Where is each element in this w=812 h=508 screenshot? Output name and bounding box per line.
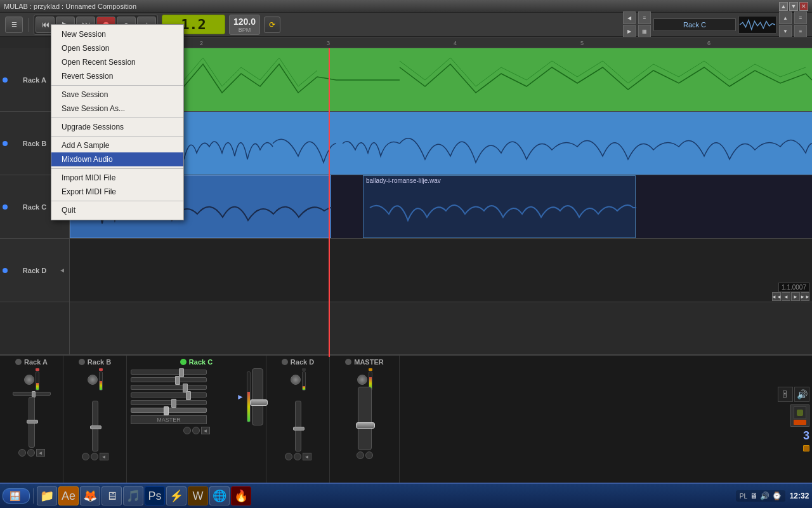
mute-btn-rack-b[interactable] [82, 453, 89, 460]
rack-vol-down[interactable]: ▼ [779, 25, 792, 37]
channel-name-rack-c: Rack C [189, 358, 213, 366]
mixer-icon-1[interactable]: 🎚 [778, 387, 793, 402]
fader-rack-c[interactable] [252, 368, 263, 425]
menu-item-add-sample[interactable]: Add A Sample [51, 138, 183, 152]
fader-rack-d[interactable] [295, 401, 301, 451]
menu-item-open-session[interactable]: Open Session [51, 41, 183, 55]
vol-down-rack-a[interactable]: ◄ [36, 449, 45, 457]
rack-c-clip-2[interactable]: ballady-i-romanse-lilje.wav [363, 175, 636, 238]
pan-knob-rack-a[interactable] [24, 375, 34, 385]
mute-btn-master[interactable] [357, 451, 364, 459]
file-menu-button[interactable]: ☰ [5, 17, 23, 33]
rack-mute-button[interactable]: ≡ [794, 11, 807, 24]
mixer-right-panel: 🎚 🔊 3 [775, 356, 812, 483]
menu-item-save[interactable]: Save Session [51, 88, 183, 102]
start-button[interactable]: 🪟 [3, 488, 30, 504]
track-vol-icon-rack-d[interactable]: ◄ [59, 267, 65, 274]
eq-fader-6[interactable] [131, 408, 207, 413]
volume-icon[interactable]: 🔊 [760, 491, 769, 500]
eq-faders-rack-c: MASTER [129, 368, 234, 425]
menu-item-revert[interactable]: Revert Session [51, 69, 183, 83]
track-row-rack-d[interactable] [70, 239, 812, 302]
eq-fader-5-handle[interactable] [171, 399, 176, 408]
svg-text:6: 6 [707, 40, 710, 46]
send-fader-1-rack-a[interactable] [13, 392, 51, 396]
fader-rack-b[interactable] [92, 401, 98, 451]
taskbar-app-aftereffects[interactable]: Ae [58, 486, 79, 505]
fader-handle-rack-d[interactable] [293, 427, 304, 431]
solo-btn-master[interactable] [365, 451, 373, 459]
eq-fader-5[interactable] [131, 400, 207, 405]
eq-fader-2-handle[interactable] [175, 376, 180, 385]
eq-fader-4[interactable] [131, 392, 207, 398]
level-bar [794, 420, 806, 425]
menu-item-import-midi[interactable]: Import MIDI File [51, 171, 183, 185]
eq-fader-1[interactable] [131, 370, 207, 375]
rack-number[interactable]: 3 [803, 429, 809, 443]
taskbar-app-photoshop[interactable]: Ps [145, 486, 165, 505]
taskbar-app-misc2[interactable]: W [188, 486, 208, 505]
solo-btn-rack-c[interactable] [192, 427, 200, 434]
taskbar-app-explorer[interactable]: 📁 [37, 486, 57, 505]
rack-eq-button[interactable]: ▦ [638, 25, 651, 37]
pan-knob-master[interactable] [357, 375, 367, 385]
pan-knob-rack-d[interactable] [291, 375, 301, 385]
eq-fader-3[interactable] [131, 385, 207, 390]
scroll-prev-button[interactable]: ◄ [782, 292, 790, 301]
mute-btn-rack-d[interactable] [285, 453, 292, 460]
scroll-right-button[interactable]: ►► [801, 292, 809, 301]
pan-knob-rack-b[interactable] [88, 375, 98, 385]
menu-item-upgrade[interactable]: Upgrade Sessions [51, 120, 183, 134]
mixer-icon-2[interactable]: 🔊 [794, 387, 809, 402]
minimize-button[interactable]: ▲ [779, 2, 788, 11]
taskbar-app-misc3[interactable]: 🔥 [231, 486, 251, 505]
taskbar-app-display[interactable]: 🖥 [102, 486, 122, 505]
rack-solo-button[interactable]: ≡ [794, 25, 807, 37]
rack-next-button[interactable]: ▶ [623, 25, 636, 37]
vu-fader-group-rack-c [247, 368, 263, 425]
fader-handle-rack-c[interactable] [250, 399, 268, 406]
menu-item-quit[interactable]: Quit [51, 203, 183, 217]
vol-down-rack-b[interactable]: ◄ [100, 453, 108, 460]
menu-item-save-as[interactable]: Save Session As... [51, 102, 183, 116]
scroll-left-button[interactable]: ◄◄ [772, 292, 781, 301]
taskbar-app-winamp[interactable]: 🎵 [123, 486, 143, 505]
eq-fader-6-handle[interactable] [164, 406, 169, 415]
taskbar-app-firefox[interactable]: 🦊 [80, 486, 100, 505]
vol-down-rack-c[interactable]: ◄ [201, 427, 210, 434]
taskbar-app-browser[interactable]: 🌐 [209, 486, 230, 505]
channel-name-rack-d: Rack D [291, 358, 314, 366]
loop-button[interactable]: ⟳ [264, 17, 280, 33]
rack-menu-button[interactable]: ≡ [638, 11, 651, 24]
mini-display [790, 404, 809, 427]
fader-rack-a[interactable] [29, 397, 35, 448]
fader-handle-rack-a[interactable] [27, 420, 38, 424]
menu-item-open-recent[interactable]: Open Recent Session [51, 55, 183, 69]
channel-header-rack-c: Rack C [129, 358, 263, 366]
eq-fader-2[interactable] [131, 377, 207, 382]
fader-handle-master[interactable] [356, 422, 375, 429]
svg-rect-0 [740, 17, 775, 33]
mute-btn-rack-a[interactable] [18, 449, 26, 457]
mute-btn-rack-c[interactable] [183, 427, 191, 434]
close-button[interactable]: ✕ [799, 2, 808, 11]
restore-button[interactable]: ▼ [789, 2, 798, 11]
fader-master[interactable] [358, 387, 372, 450]
solo-btn-rack-d[interactable] [294, 453, 301, 460]
channel-controls-rack-b [88, 368, 103, 391]
menu-item-new-session[interactable]: New Session [51, 27, 183, 41]
menu-item-mixdown[interactable]: Mixdown Audio [51, 152, 183, 166]
solo-btn-rack-b[interactable] [91, 453, 98, 460]
eq-fader-4-handle[interactable] [186, 391, 191, 400]
rack-vol-up[interactable]: ▲ [779, 11, 792, 24]
scroll-next-button[interactable]: ► [791, 292, 800, 301]
channel-indicator-rack-b [79, 359, 85, 365]
rack-prev-button[interactable]: ◀ [623, 11, 636, 24]
taskbar-app-misc1[interactable]: ⚡ [166, 486, 187, 505]
vol-down-rack-d[interactable]: ◄ [303, 453, 311, 460]
vu-meter-rack-a [36, 371, 39, 391]
fader-handle-rack-b[interactable] [90, 425, 102, 429]
solo-btn-rack-a[interactable] [27, 449, 35, 457]
titlebar-controls[interactable]: ▲ ▼ ✕ [779, 2, 808, 11]
menu-item-export-midi[interactable]: Export MIDI File [51, 185, 183, 199]
